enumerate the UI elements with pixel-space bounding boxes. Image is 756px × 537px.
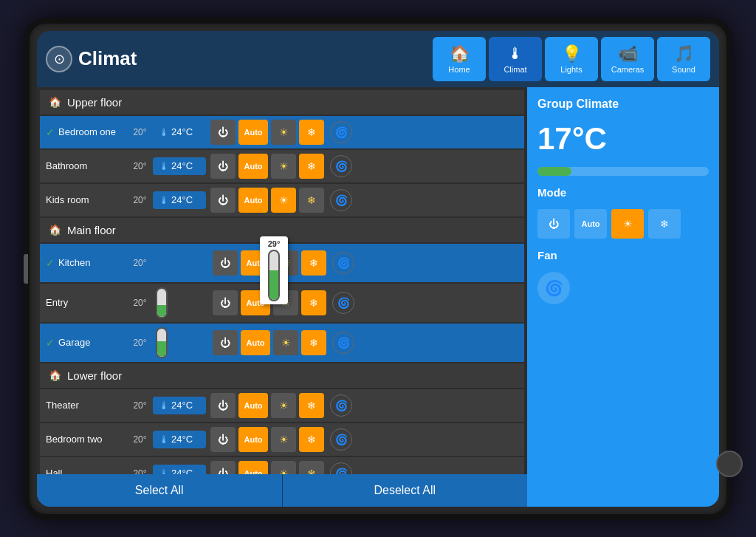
sun-button[interactable]: ☀: [273, 330, 298, 355]
room-row[interactable]: Kids room 20° 🌡24°C ⏻ Auto ☀ ❄ 🌀: [40, 184, 524, 216]
room-controls: ⏻ Auto ☀ ❄ 🌀: [210, 120, 352, 145]
floor-name: Upper floor: [67, 96, 122, 109]
tablet-frame: ⊙ Climat 🏠Home🌡Climat💡Lights📹Cameras🎵Sou…: [24, 18, 732, 520]
fan-button[interactable]: 🌀: [537, 272, 570, 304]
set-temp: 20°: [127, 338, 153, 348]
snow-button[interactable]: ❄: [299, 120, 324, 145]
power-button[interactable]: ⏻: [210, 393, 236, 418]
sun-button[interactable]: ☀: [271, 154, 296, 179]
select-all-button[interactable]: Select All: [37, 474, 283, 507]
sun-button[interactable]: ☀: [271, 188, 296, 213]
power-button[interactable]: ⏻: [210, 120, 236, 145]
auto-button[interactable]: Auto: [241, 330, 270, 355]
auto-button[interactable]: Auto: [238, 188, 268, 213]
snow-button[interactable]: ❄: [299, 154, 324, 179]
auto-button[interactable]: Auto: [238, 461, 268, 474]
power-button[interactable]: ⏻: [210, 188, 236, 213]
nav-tab-lights[interactable]: 💡Lights: [545, 37, 598, 81]
thermometer-icon: 🌡: [159, 434, 169, 445]
power-button[interactable]: ⏻: [213, 250, 238, 276]
fan-button[interactable]: 🌀: [330, 155, 352, 177]
therm-temp-label: 29°: [268, 239, 281, 248]
room-row[interactable]: ✓ Kitchen 20° 29° ⏻ Auto ☀ ❄ 🌀: [40, 244, 524, 282]
therm-fill: [157, 341, 166, 357]
therm-fill: [269, 270, 278, 300]
power-button[interactable]: ⏻: [213, 290, 238, 315]
rooms-list: 🏠Upper floor ✓ Bedroom one 20° 🌡24°C ⏻ A…: [37, 87, 527, 474]
snow-button[interactable]: ❄: [301, 250, 326, 276]
fan-button[interactable]: 🌀: [330, 462, 352, 474]
power-button[interactable]: ⏻: [210, 154, 236, 179]
floor-header-lower-floor: 🏠Lower floor: [40, 363, 524, 388]
set-temp: 20°: [127, 195, 153, 205]
fan-button[interactable]: 🌀: [330, 394, 352, 417]
mode-buttons: ⏻ Auto ☀ ❄: [537, 209, 709, 239]
fan-button[interactable]: 🌀: [330, 428, 352, 451]
room-name: ✓ Garage: [46, 337, 127, 349]
sun-button[interactable]: ☀: [271, 427, 296, 452]
nav-tab-climat[interactable]: 🌡Climat: [489, 37, 542, 81]
floor-icon: 🏠: [49, 369, 61, 381]
auto-button[interactable]: Auto: [238, 393, 268, 418]
snow-button[interactable]: ❄: [299, 188, 324, 213]
room-controls: ⏻ Auto ☀ ❄ 🌀: [210, 154, 352, 179]
set-temp: 20°: [127, 434, 153, 445]
fan-title: Fan: [537, 249, 709, 261]
room-row[interactable]: Bathroom 20° 🌡24°C ⏻ Auto ☀ ❄ 🌀: [40, 150, 524, 182]
fan-button[interactable]: 🌀: [332, 252, 354, 274]
set-temp: 20°: [127, 127, 153, 137]
nav-tab-cameras[interactable]: 📹Cameras: [601, 37, 654, 81]
bottom-bar: Select All Deselect All: [37, 474, 527, 507]
snow-button[interactable]: ❄: [299, 393, 324, 418]
mode-auto-button[interactable]: Auto: [574, 209, 607, 239]
power-button[interactable]: ⏻: [213, 330, 238, 355]
home-button[interactable]: [716, 451, 743, 477]
therm-body: [268, 250, 280, 301]
room-row[interactable]: Theater 20° 🌡24°C ⏻ Auto ☀ ❄ 🌀: [40, 389, 524, 422]
auto-button[interactable]: Auto: [238, 154, 268, 179]
nav-tab-home[interactable]: 🏠Home: [433, 37, 486, 81]
nav-tab-label: Cameras: [611, 65, 645, 74]
room-name: Bathroom: [46, 160, 127, 171]
fan-button[interactable]: 🌀: [332, 292, 354, 314]
auto-button[interactable]: Auto: [238, 427, 268, 452]
room-controls: ⏻ Auto ☀ ❄ 🌀: [213, 330, 354, 355]
auto-button[interactable]: Auto: [238, 120, 268, 145]
nav-tab-sound[interactable]: 🎵Sound: [657, 37, 710, 81]
sun-button[interactable]: ☀: [271, 120, 296, 145]
fan-button[interactable]: 🌀: [330, 189, 352, 211]
room-controls: ⏻ Auto ☀ ❄ 🌀: [210, 427, 352, 452]
nav-tab-label: Sound: [672, 65, 695, 74]
deselect-all-button[interactable]: Deselect All: [283, 474, 528, 507]
right-panel: Group Climate 17°C Mode ⏻ Auto ☀ ❄ Fan 🌀: [527, 87, 719, 507]
mode-snow-button[interactable]: ❄: [648, 209, 681, 239]
sun-button[interactable]: ☀: [271, 461, 296, 474]
room-row[interactable]: ✓ Bedroom one 20° 🌡24°C ⏻ Auto ☀ ❄ 🌀: [40, 116, 524, 148]
power-button[interactable]: ⏻: [210, 461, 236, 474]
snow-button[interactable]: ❄: [301, 290, 326, 315]
room-row[interactable]: Hall 20° 🌡24°C ⏻ Auto ☀ ❄ 🌀: [40, 457, 524, 474]
room-name: Kids room: [46, 194, 127, 205]
fan-button[interactable]: 🌀: [330, 121, 352, 143]
snow-button[interactable]: ❄: [299, 427, 324, 452]
snow-button[interactable]: ❄: [301, 330, 326, 355]
room-row[interactable]: ✓ Garage 20° ⏻ Auto ☀ ❄ 🌀: [40, 324, 524, 362]
top-bar: ⊙ Climat 🏠Home🌡Climat💡Lights📹Cameras🎵Sou…: [37, 31, 719, 87]
sidebar-button[interactable]: [24, 254, 28, 284]
back-button[interactable]: ⊙: [46, 46, 72, 72]
power-button[interactable]: ⏻: [210, 427, 236, 452]
floor-name: Lower floor: [67, 369, 122, 382]
snow-button[interactable]: ❄: [299, 461, 324, 474]
thermometer-icon: 🌡: [159, 126, 169, 138]
set-temp: 20°: [127, 258, 153, 268]
room-name: ✓ Kitchen: [46, 257, 127, 269]
room-name: Theater: [46, 400, 127, 411]
sun-button[interactable]: ☀: [271, 393, 296, 418]
fan-button[interactable]: 🌀: [332, 332, 354, 354]
mode-power-button[interactable]: ⏻: [537, 209, 570, 239]
left-panel: 🏠Upper floor ✓ Bedroom one 20° 🌡24°C ⏻ A…: [37, 87, 527, 507]
current-temp: 🌡24°C: [153, 431, 206, 448]
room-row[interactable]: Bedroom two 20° 🌡24°C ⏻ Auto ☀ ❄ 🌀: [40, 423, 524, 456]
floor-name: Main floor: [67, 224, 116, 236]
mode-sun-button[interactable]: ☀: [611, 209, 644, 239]
